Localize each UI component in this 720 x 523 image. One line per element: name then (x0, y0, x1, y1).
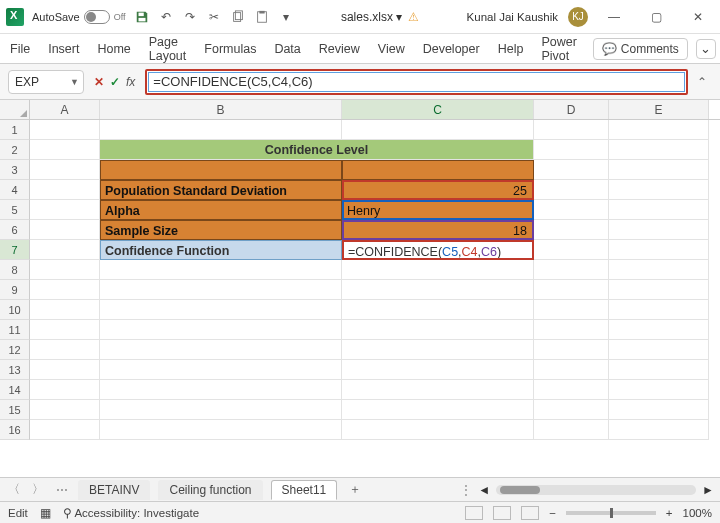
undo-icon[interactable]: ↶ (158, 9, 174, 25)
cell[interactable] (609, 180, 709, 200)
cell[interactable] (100, 340, 342, 360)
cell[interactable] (30, 380, 100, 400)
cell[interactable] (30, 320, 100, 340)
zoom-in-button[interactable]: + (666, 507, 673, 519)
row-header[interactable]: 9 (0, 280, 30, 300)
cell[interactable] (100, 360, 342, 380)
cell[interactable] (30, 120, 100, 140)
cell[interactable] (534, 180, 609, 200)
row-header[interactable]: 14 (0, 380, 30, 400)
view-page-layout-button[interactable] (493, 506, 511, 520)
row-header[interactable]: 3 (0, 160, 30, 180)
hscroll-left-icon[interactable]: ◄ (478, 483, 490, 497)
col-header-E[interactable]: E (609, 100, 709, 119)
cut-icon[interactable]: ✂ (206, 9, 222, 25)
comments-button[interactable]: 💬 Comments (593, 38, 688, 60)
name-box[interactable]: EXP ▼ (8, 70, 84, 94)
zoom-slider[interactable] (566, 511, 656, 515)
cell[interactable] (30, 200, 100, 220)
cell-b4[interactable]: Population Standard Deviation (100, 180, 342, 200)
cell[interactable] (100, 380, 342, 400)
accessibility-status[interactable]: ⚲ Accessibility: Investigate (63, 506, 199, 520)
formula-input[interactable]: =CONFIDENCE(C5,C4,C6) (145, 69, 688, 95)
row-header[interactable]: 12 (0, 340, 30, 360)
tab-nav-prev[interactable]: 〈 (6, 481, 22, 498)
cell[interactable] (30, 300, 100, 320)
zoom-level[interactable]: 100% (683, 507, 712, 519)
cell[interactable] (30, 280, 100, 300)
tab-developer[interactable]: Developer (421, 38, 482, 60)
cell[interactable] (609, 340, 709, 360)
cell[interactable] (609, 360, 709, 380)
cell[interactable] (30, 140, 100, 160)
cell[interactable] (30, 340, 100, 360)
select-all-corner[interactable] (0, 100, 30, 119)
cell[interactable] (534, 360, 609, 380)
name-box-dropdown-icon[interactable]: ▼ (70, 77, 79, 87)
cell[interactable] (30, 420, 100, 440)
tab-nav-more[interactable]: ⋯ (54, 483, 70, 497)
cell[interactable] (100, 420, 342, 440)
cell[interactable] (342, 380, 534, 400)
zoom-out-button[interactable]: − (549, 507, 556, 519)
tab-insert[interactable]: Insert (46, 38, 81, 60)
tab-home[interactable]: Home (95, 38, 132, 60)
cell[interactable] (609, 400, 709, 420)
cell[interactable] (609, 420, 709, 440)
cell[interactable] (100, 160, 342, 180)
stats-icon[interactable]: ▦ (40, 506, 51, 520)
hscroll-divider-icon[interactable]: ⋮ (460, 483, 472, 497)
horizontal-scrollbar[interactable] (496, 485, 696, 495)
hscroll-right-icon[interactable]: ► (702, 483, 714, 497)
cell[interactable] (534, 300, 609, 320)
cell-b7[interactable]: Confidence Function (100, 240, 342, 260)
maximize-button[interactable]: ▢ (640, 3, 672, 31)
copy-icon[interactable] (230, 9, 246, 25)
cell[interactable] (609, 380, 709, 400)
row-header[interactable]: 13 (0, 360, 30, 380)
close-button[interactable]: ✕ (682, 3, 714, 31)
col-header-B[interactable]: B (100, 100, 342, 119)
cell[interactable] (100, 280, 342, 300)
filename-label[interactable]: sales.xlsx ▾ (341, 10, 402, 24)
cell-title[interactable]: Confidence Level (100, 140, 534, 160)
warning-icon[interactable]: ⚠ (408, 10, 419, 24)
row-header[interactable]: 10 (0, 300, 30, 320)
tab-formulas[interactable]: Formulas (202, 38, 258, 60)
cell[interactable] (609, 140, 709, 160)
cell[interactable] (609, 220, 709, 240)
sheet-tab-active[interactable]: Sheet11 (271, 480, 338, 500)
row-header[interactable]: 15 (0, 400, 30, 420)
sheet-tab[interactable]: Ceiling function (158, 480, 262, 500)
sheet-tab[interactable]: BETAINV (78, 480, 150, 500)
row-header[interactable]: 8 (0, 260, 30, 280)
cell[interactable] (534, 280, 609, 300)
cell[interactable] (609, 120, 709, 140)
toggle-off-icon[interactable] (84, 10, 110, 24)
cell-c5[interactable]: Henry (342, 200, 534, 220)
cell-c7-active[interactable]: =CONFIDENCE(C5,C4,C6) (342, 240, 534, 260)
row-header[interactable]: 1 (0, 120, 30, 140)
cell[interactable] (30, 260, 100, 280)
cell[interactable] (342, 160, 534, 180)
user-name[interactable]: Kunal Jai Kaushik (467, 11, 558, 23)
cell[interactable] (534, 380, 609, 400)
redo-icon[interactable]: ↷ (182, 9, 198, 25)
cell[interactable] (534, 140, 609, 160)
row-header[interactable]: 2 (0, 140, 30, 160)
cell-c4[interactable]: 25 (342, 180, 534, 200)
cell[interactable] (609, 300, 709, 320)
cell[interactable] (534, 220, 609, 240)
row-header[interactable]: 11 (0, 320, 30, 340)
cell[interactable] (100, 320, 342, 340)
cell[interactable] (534, 320, 609, 340)
col-header-C[interactable]: C (342, 100, 534, 119)
fx-icon[interactable]: fx (126, 75, 135, 89)
cell[interactable] (342, 340, 534, 360)
view-page-break-button[interactable] (521, 506, 539, 520)
cell[interactable] (609, 200, 709, 220)
cell[interactable] (609, 320, 709, 340)
tab-review[interactable]: Review (317, 38, 362, 60)
cell[interactable] (30, 160, 100, 180)
cell[interactable] (534, 420, 609, 440)
